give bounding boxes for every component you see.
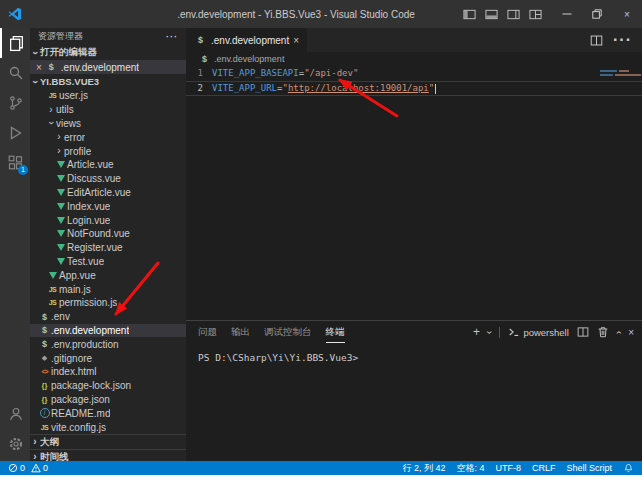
url-link-token[interactable]: http://localhost:19001/api <box>288 81 429 96</box>
file-name: README.md <box>51 408 110 419</box>
more-actions-icon[interactable] <box>613 31 632 49</box>
close-tab-icon[interactable] <box>293 35 299 46</box>
file-type-icon <box>38 395 51 404</box>
status-item[interactable]: Shell Script <box>566 463 612 473</box>
shell-label: powershell <box>523 327 568 338</box>
tree-item[interactable]: README.md <box>30 406 186 420</box>
code-line-2[interactable]: 2 VITE_APP_URL = " http://localhost:1900… <box>186 81 642 96</box>
timeline-header[interactable]: 时间线 <box>30 449 186 461</box>
toggle-sidebar-icon[interactable] <box>463 8 476 21</box>
env-key-token: VITE_APP_BASEAPI <box>212 66 299 81</box>
file-type-icon <box>46 286 59 293</box>
maximize-panel-icon[interactable] <box>617 327 620 338</box>
tree-item[interactable]: App.vue <box>30 268 186 282</box>
source-control-button[interactable] <box>0 88 30 118</box>
tree-item[interactable]: Discuss.vue <box>30 172 186 186</box>
code-line-1[interactable]: 1 VITE_APP_BASEAPI = "/api-dev" <box>186 66 642 81</box>
activity-bar: 1 <box>0 28 30 461</box>
status-item[interactable]: 行 2, 列 42 <box>402 462 445 475</box>
vscode-window: .env.development - Yi.BBS.Vue3 - Visual … <box>0 0 642 475</box>
tree-item[interactable]: EditArticle.vue <box>30 186 186 200</box>
tree-item[interactable]: Test.vue <box>30 255 186 269</box>
problems-status[interactable]: 0 0 <box>8 463 48 473</box>
file-name: NotFound.vue <box>67 228 130 239</box>
close-window-button[interactable] <box>612 0 642 28</box>
text-cursor <box>435 84 436 94</box>
toggle-panel-icon[interactable] <box>485 8 498 21</box>
kill-terminal-icon[interactable] <box>597 326 609 338</box>
tree-item[interactable]: Register.vue <box>30 241 186 255</box>
tab-bar: .env.development <box>186 28 642 52</box>
split-terminal-icon[interactable] <box>577 326 589 338</box>
vscode-logo-icon <box>8 7 22 21</box>
file-type-icon <box>38 325 51 335</box>
file-name: profile <box>64 146 91 157</box>
tree-item[interactable]: views <box>30 117 186 131</box>
tree-item[interactable]: vite.config.js <box>30 420 186 434</box>
run-debug-button[interactable] <box>0 118 30 148</box>
status-item[interactable]: CRLF <box>532 463 556 473</box>
project-header[interactable]: YI.BBS.VUE3 <box>30 74 186 89</box>
panel-tab[interactable]: 输出 <box>231 321 250 343</box>
tree-item[interactable]: error <box>30 130 186 144</box>
terminal[interactable]: PS D:\CSharp\Yi\Yi.BBS.Vue3> <box>186 343 642 461</box>
toggle-secondary-sidebar-icon[interactable] <box>507 8 520 21</box>
close-editor-icon[interactable] <box>36 62 42 73</box>
search-button[interactable] <box>0 58 30 88</box>
tree-item[interactable]: Login.vue <box>30 213 186 227</box>
split-editor-icon[interactable] <box>590 34 603 47</box>
tree-item[interactable]: index.html <box>30 365 186 379</box>
tree-item[interactable]: utils <box>30 103 186 117</box>
open-editor-item[interactable]: .env.development <box>30 60 186 74</box>
outline-header[interactable]: 大纲 <box>30 434 186 449</box>
close-icon <box>624 7 630 21</box>
account-icon <box>8 406 24 422</box>
env-file-icon <box>198 54 211 64</box>
explorer-button[interactable] <box>0 28 30 58</box>
close-panel-icon[interactable] <box>628 327 634 338</box>
file-name: vite.config.js <box>51 422 106 433</box>
status-item[interactable]: 空格: 4 <box>456 462 484 475</box>
chevron-right-icon <box>30 437 40 447</box>
open-editors-header[interactable]: 打开的编辑器 <box>30 45 186 60</box>
tree-item[interactable]: permission.js <box>30 296 186 310</box>
minimize-button[interactable] <box>552 0 582 28</box>
shell-picker[interactable]: powershell <box>508 326 568 338</box>
folder-chevron-icon <box>54 132 64 142</box>
notifications-bell-icon[interactable] <box>623 463 634 474</box>
editor[interactable]: 1 VITE_APP_BASEAPI = "/api-dev" 2 VITE_A… <box>186 66 642 320</box>
minimap[interactable] <box>598 68 642 124</box>
tree-item[interactable]: NotFound.vue <box>30 227 186 241</box>
more-actions-icon[interactable] <box>166 32 178 42</box>
panel-tab[interactable]: 调试控制台 <box>264 321 312 343</box>
tree-item[interactable]: package.json <box>30 393 186 407</box>
new-terminal-icon[interactable] <box>473 325 480 339</box>
accounts-button[interactable] <box>0 399 30 429</box>
customize-layout-icon[interactable] <box>529 8 542 21</box>
panel-tab[interactable]: 问题 <box>198 321 217 343</box>
panel-tab[interactable]: 终端 <box>326 321 345 343</box>
warning-icon <box>31 463 41 473</box>
tree-item[interactable]: main.js <box>30 282 186 296</box>
tree-item[interactable]: .gitignore <box>30 351 186 365</box>
file-type-icon <box>54 175 67 182</box>
status-item[interactable]: UTF-8 <box>495 463 521 473</box>
tab-env-development[interactable]: .env.development <box>186 28 307 52</box>
tree-item[interactable]: Index.vue <box>30 199 186 213</box>
tree-item[interactable]: .env.development <box>30 324 186 338</box>
tree-item[interactable]: Article.vue <box>30 158 186 172</box>
editor-area: .env.development .env.development 1 VITE… <box>186 28 642 461</box>
tree-item[interactable]: .env.production <box>30 337 186 351</box>
project-name: YI.BBS.VUE3 <box>40 76 99 87</box>
tree-item[interactable]: profile <box>30 144 186 158</box>
breadcrumb[interactable]: .env.development <box>186 52 642 66</box>
tree-item[interactable]: package-lock.json <box>30 379 186 393</box>
settings-button[interactable] <box>0 429 30 459</box>
sidebar-title: 资源管理器 <box>30 28 186 45</box>
tree-item[interactable]: user.js <box>30 89 186 103</box>
extensions-button[interactable]: 1 <box>0 148 30 178</box>
terminal-dropdown-icon[interactable] <box>488 327 491 338</box>
tree-item[interactable]: .env <box>30 310 186 324</box>
file-name: package-lock.json <box>51 380 131 391</box>
maximize-button[interactable] <box>582 0 612 28</box>
